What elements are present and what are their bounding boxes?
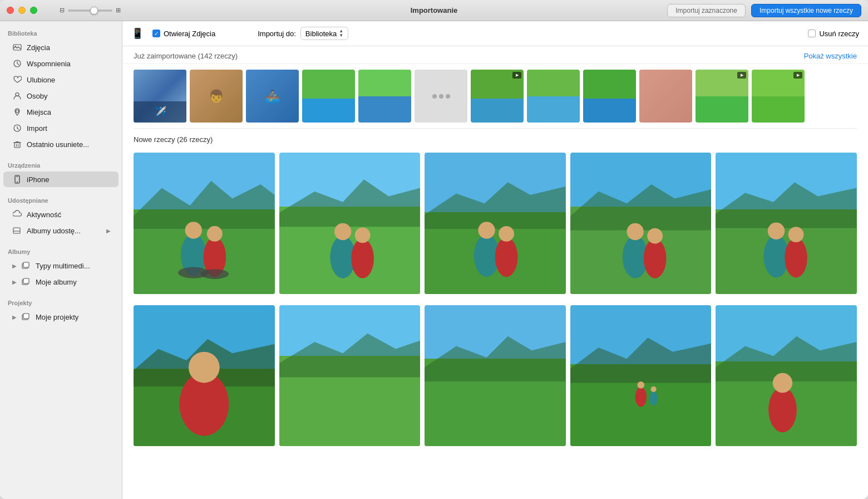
thumb-12[interactable]: ▶	[752, 70, 805, 123]
svg-point-1	[15, 46, 16, 47]
album-icon-moje	[21, 277, 31, 287]
sidebar-item-osoby[interactable]: Osoby	[3, 88, 119, 104]
new-items-title: Nowe rzeczy (26 rzeczy)	[134, 135, 213, 144]
window-title: Importowanie	[411, 6, 458, 14]
titlebar: ⊟ ⊞ Importowanie Importuj zaznaczone Imp…	[0, 0, 868, 21]
sidebar-item-miejsca[interactable]: Miejsca	[3, 104, 119, 120]
sidebar-item-moje-albumy[interactable]: ▶ Moje albumy	[3, 274, 119, 290]
svg-point-20	[207, 226, 223, 242]
svg-point-41	[785, 238, 808, 277]
svg-rect-11	[23, 262, 29, 267]
thumb-8[interactable]	[527, 70, 580, 123]
thumb-5[interactable]	[358, 70, 411, 123]
photo-10[interactable]	[716, 305, 857, 447]
import-to-row: Importuj do: Biblioteka ▲ ▼	[258, 27, 348, 40]
albums-section-header: Albumy	[0, 244, 122, 257]
delete-row: Usuń rzeczy	[808, 30, 859, 38]
sidebar-item-ostatnio-usuniete[interactable]: Ostatnio usuniete...	[3, 136, 119, 152]
slider-thumb[interactable]	[90, 7, 98, 14]
photo-1[interactable]	[134, 153, 275, 294]
show-all-link[interactable]: Pokaż wszystkie	[804, 52, 857, 60]
photo-3[interactable]	[425, 153, 566, 294]
svg-point-54	[768, 387, 797, 432]
titlebar-controls: Importuj zaznaczone Importuj wszystkie n…	[667, 4, 861, 17]
thumb-1[interactable]: ✈️	[134, 70, 186, 123]
sidebar-miejsca-label: Miejsca	[27, 108, 111, 116]
sidebar-item-albumy-udostepniane[interactable]: Albumy udostę... ▶	[3, 223, 119, 238]
thumb-11[interactable]: ▶	[696, 70, 748, 123]
svg-point-35	[627, 223, 643, 240]
sidebar-albumy-udostepniane-label: Albumy udostę...	[27, 227, 102, 235]
sidebar-iphone-label: iPhone	[27, 175, 111, 184]
sidebar-item-import[interactable]: Import	[3, 120, 119, 136]
sidebar-item-typy-multimediow[interactable]: ▶ Typy multimedi...	[3, 258, 119, 273]
open-photos-row: ✓ Otwieraj Zdjęcia	[152, 30, 215, 38]
thumb-4[interactable]	[302, 70, 355, 123]
import-all-button[interactable]: Importuj wszystkie nowe rzeczy	[751, 4, 861, 17]
thumb-10[interactable]	[639, 70, 692, 123]
svg-point-37	[647, 228, 663, 244]
sidebar-item-iphone[interactable]: iPhone	[3, 172, 119, 187]
album-icon-projekty	[21, 312, 31, 322]
sidebar-wspomnienia-label: Wspomnienia	[27, 60, 111, 68]
svg-point-22	[200, 269, 229, 279]
svg-point-36	[644, 239, 667, 278]
window-title-text: Importowanie	[411, 6, 458, 14]
projects-section-header: Projekty	[0, 295, 122, 309]
thumb-2[interactable]: 👦	[190, 70, 243, 123]
person-icon	[12, 91, 22, 101]
zoom-large-icon: ⊞	[116, 7, 121, 14]
sidebar: Biblioteka Zdjęcia	[0, 21, 122, 499]
photo-7[interactable]	[279, 305, 421, 447]
album-icon-typy	[21, 261, 31, 271]
sidebar-item-aktywnosc[interactable]: Aktywność	[3, 207, 119, 222]
content-area: 📱 ✓ Otwieraj Zdjęcia Importuj do: Biblio…	[122, 21, 868, 499]
sidebar-item-zdjecia[interactable]: Zdjęcia	[3, 40, 119, 55]
import-destination-dropdown[interactable]: Biblioteka ▲ ▼	[300, 27, 348, 40]
photo-8[interactable]	[425, 305, 566, 447]
delete-checkbox[interactable]	[808, 30, 816, 37]
already-imported-title: Już zaimportowane (142 rzeczy)	[134, 52, 804, 60]
new-items-header: Nowe rzeczy (26 rzeczy)	[122, 129, 868, 147]
photo-5[interactable]	[716, 153, 857, 294]
sidebar-item-ulubione[interactable]: Ulubione	[3, 72, 119, 87]
svg-rect-46	[279, 377, 421, 446]
svg-rect-15	[23, 314, 29, 319]
photos-grid-row2	[122, 300, 868, 452]
svg-point-32	[499, 226, 514, 242]
open-photos-label: Otwieraj Zdjęcia	[164, 30, 215, 38]
dropdown-arrows-icon: ▲ ▼	[339, 29, 343, 38]
clock-icon	[12, 123, 22, 133]
import-selected-button[interactable]: Importuj zaznaczone	[667, 4, 746, 17]
heart-icon	[12, 75, 22, 85]
chevron-right-icon-typy: ▶	[12, 263, 17, 269]
maximize-button[interactable]	[30, 7, 37, 14]
zoom-slider[interactable]: ⊟ ⊞	[60, 7, 121, 14]
thumb-3[interactable]: 🚣	[246, 70, 299, 123]
photo-6[interactable]	[134, 305, 275, 447]
import-to-label: Importuj do:	[258, 30, 296, 38]
svg-point-25	[334, 223, 351, 240]
svg-point-45	[189, 351, 220, 383]
thumb-7[interactable]: ▶	[471, 70, 524, 123]
svg-point-18	[185, 222, 202, 238]
close-button[interactable]	[7, 7, 14, 14]
photo-2[interactable]	[279, 153, 421, 294]
photo-9[interactable]	[570, 305, 712, 447]
thumb-6-loading[interactable]	[415, 70, 467, 123]
sidebar-item-wspomnienia[interactable]: Wspomnienia	[3, 56, 119, 71]
content-toolbar: 📱 ✓ Otwieraj Zdjęcia Importuj do: Biblio…	[122, 21, 868, 46]
svg-point-51	[649, 391, 658, 405]
main-layout: Biblioteka Zdjęcia	[0, 21, 868, 499]
svg-point-27	[354, 227, 370, 243]
sidebar-item-moje-projekty[interactable]: ▶ Moje projekty	[3, 309, 119, 325]
minimize-button[interactable]	[18, 7, 26, 14]
traffic-lights	[7, 7, 37, 14]
import-destination-value: Biblioteka	[305, 30, 337, 38]
svg-point-8	[17, 182, 18, 183]
already-imported-header-row: Już zaimportowane (142 rzeczy) Pokaż wsz…	[122, 46, 868, 64]
thumb-9[interactable]	[583, 70, 636, 123]
slider-track[interactable]	[68, 9, 112, 12]
photo-4[interactable]	[570, 153, 712, 294]
open-photos-checkbox[interactable]: ✓	[152, 30, 160, 37]
